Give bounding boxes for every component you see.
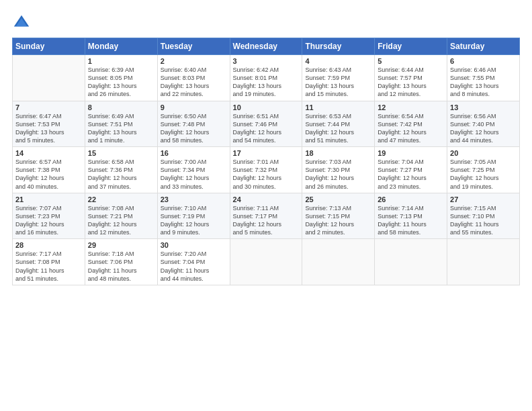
col-header-tuesday: Tuesday	[157, 38, 230, 55]
calendar-cell: 12Sunrise: 6:54 AMSunset: 7:42 PMDayligh…	[375, 101, 447, 147]
day-number: 7	[15, 103, 82, 111]
day-info: Sunrise: 6:54 AMSunset: 7:42 PMDaylight:…	[378, 112, 444, 145]
day-info: Sunrise: 6:49 AMSunset: 7:51 PMDaylight:…	[88, 112, 154, 145]
day-number: 15	[88, 149, 154, 157]
calendar-cell: 20Sunrise: 7:05 AMSunset: 7:25 PMDayligh…	[447, 147, 520, 193]
day-info: Sunrise: 6:56 AMSunset: 7:40 PMDaylight:…	[450, 112, 517, 145]
day-number: 30	[161, 241, 227, 249]
day-info: Sunrise: 6:51 AMSunset: 7:46 PMDaylight:…	[233, 112, 300, 145]
day-info: Sunrise: 7:11 AMSunset: 7:17 PMDaylight:…	[233, 204, 300, 237]
day-info: Sunrise: 6:44 AMSunset: 7:57 PMDaylight:…	[378, 66, 444, 99]
calendar-cell: 8Sunrise: 6:49 AMSunset: 7:51 PMDaylight…	[85, 101, 157, 147]
day-info: Sunrise: 7:13 AMSunset: 7:15 PMDaylight:…	[305, 204, 371, 237]
col-header-sunday: Sunday	[13, 38, 85, 55]
calendar-cell: 29Sunrise: 7:18 AMSunset: 7:06 PMDayligh…	[85, 239, 157, 285]
calendar-cell: 3Sunrise: 6:42 AMSunset: 8:01 PMDaylight…	[230, 55, 302, 101]
day-number: 19	[378, 149, 444, 157]
calendar-cell: 26Sunrise: 7:14 AMSunset: 7:13 PMDayligh…	[375, 193, 447, 239]
day-info: Sunrise: 7:07 AMSunset: 7:23 PMDaylight:…	[15, 204, 82, 237]
day-info: Sunrise: 7:05 AMSunset: 7:25 PMDaylight:…	[450, 158, 517, 191]
day-info: Sunrise: 7:18 AMSunset: 7:06 PMDaylight:…	[88, 250, 154, 283]
col-header-monday: Monday	[85, 38, 157, 55]
day-number: 24	[233, 195, 300, 203]
day-number: 29	[88, 241, 154, 249]
day-info: Sunrise: 7:14 AMSunset: 7:13 PMDaylight:…	[378, 204, 444, 237]
day-number: 2	[161, 57, 227, 65]
day-info: Sunrise: 6:39 AMSunset: 8:05 PMDaylight:…	[88, 66, 154, 99]
day-info: Sunrise: 7:15 AMSunset: 7:10 PMDaylight:…	[450, 204, 517, 237]
col-header-thursday: Thursday	[302, 38, 375, 55]
calendar-cell: 23Sunrise: 7:10 AMSunset: 7:19 PMDayligh…	[157, 193, 230, 239]
day-number: 27	[450, 195, 517, 203]
day-info: Sunrise: 6:53 AMSunset: 7:44 PMDaylight:…	[305, 112, 371, 145]
day-number: 1	[88, 57, 154, 65]
day-info: Sunrise: 7:03 AMSunset: 7:30 PMDaylight:…	[305, 158, 371, 191]
col-header-friday: Friday	[375, 38, 447, 55]
calendar-cell	[302, 239, 375, 285]
logo	[12, 13, 32, 32]
calendar-cell	[447, 239, 520, 285]
calendar-cell: 16Sunrise: 7:00 AMSunset: 7:34 PMDayligh…	[157, 147, 230, 193]
calendar-cell: 5Sunrise: 6:44 AMSunset: 7:57 PMDaylight…	[375, 55, 447, 101]
day-number: 10	[233, 103, 300, 111]
calendar-cell: 21Sunrise: 7:07 AMSunset: 7:23 PMDayligh…	[13, 193, 85, 239]
day-number: 8	[88, 103, 154, 111]
day-number: 5	[378, 57, 444, 65]
calendar-cell: 7Sunrise: 6:47 AMSunset: 7:53 PMDaylight…	[13, 101, 85, 147]
calendar-cell: 25Sunrise: 7:13 AMSunset: 7:15 PMDayligh…	[302, 193, 375, 239]
header	[12, 11, 520, 32]
day-info: Sunrise: 7:04 AMSunset: 7:27 PMDaylight:…	[378, 158, 444, 191]
col-header-saturday: Saturday	[447, 38, 520, 55]
page: SundayMondayTuesdayWednesdayThursdayFrid…	[0, 0, 532, 411]
day-info: Sunrise: 7:10 AMSunset: 7:19 PMDaylight:…	[161, 204, 227, 237]
day-info: Sunrise: 6:43 AMSunset: 7:59 PMDaylight:…	[305, 66, 371, 99]
calendar-cell: 27Sunrise: 7:15 AMSunset: 7:10 PMDayligh…	[447, 193, 520, 239]
day-number: 26	[378, 195, 444, 203]
calendar-cell: 13Sunrise: 6:56 AMSunset: 7:40 PMDayligh…	[447, 101, 520, 147]
calendar-cell	[375, 239, 447, 285]
day-number: 6	[450, 57, 517, 65]
day-info: Sunrise: 6:58 AMSunset: 7:36 PMDaylight:…	[88, 158, 154, 191]
calendar-cell: 10Sunrise: 6:51 AMSunset: 7:46 PMDayligh…	[230, 101, 302, 147]
day-number: 13	[450, 103, 517, 111]
day-number: 3	[233, 57, 300, 65]
day-info: Sunrise: 7:01 AMSunset: 7:32 PMDaylight:…	[233, 158, 300, 191]
calendar-cell: 11Sunrise: 6:53 AMSunset: 7:44 PMDayligh…	[302, 101, 375, 147]
calendar-cell: 19Sunrise: 7:04 AMSunset: 7:27 PMDayligh…	[375, 147, 447, 193]
day-number: 12	[378, 103, 444, 111]
day-number: 22	[88, 195, 154, 203]
day-number: 21	[15, 195, 82, 203]
day-info: Sunrise: 6:50 AMSunset: 7:48 PMDaylight:…	[161, 112, 227, 145]
day-info: Sunrise: 7:00 AMSunset: 7:34 PMDaylight:…	[161, 158, 227, 191]
day-number: 28	[15, 241, 82, 249]
calendar-cell: 15Sunrise: 6:58 AMSunset: 7:36 PMDayligh…	[85, 147, 157, 193]
calendar-cell: 9Sunrise: 6:50 AMSunset: 7:48 PMDaylight…	[157, 101, 230, 147]
day-number: 4	[305, 57, 371, 65]
calendar-cell: 28Sunrise: 7:17 AMSunset: 7:08 PMDayligh…	[13, 239, 85, 285]
calendar-cell: 30Sunrise: 7:20 AMSunset: 7:04 PMDayligh…	[157, 239, 230, 285]
day-number: 14	[15, 149, 82, 157]
day-info: Sunrise: 6:57 AMSunset: 7:38 PMDaylight:…	[15, 158, 82, 191]
day-number: 9	[161, 103, 227, 111]
day-info: Sunrise: 6:42 AMSunset: 8:01 PMDaylight:…	[233, 66, 300, 99]
logo-icon	[12, 13, 31, 32]
calendar-cell: 6Sunrise: 6:46 AMSunset: 7:55 PMDaylight…	[447, 55, 520, 101]
day-number: 20	[450, 149, 517, 157]
calendar-cell: 22Sunrise: 7:08 AMSunset: 7:21 PMDayligh…	[85, 193, 157, 239]
calendar-cell: 4Sunrise: 6:43 AMSunset: 7:59 PMDaylight…	[302, 55, 375, 101]
col-header-wednesday: Wednesday	[230, 38, 302, 55]
calendar-cell: 14Sunrise: 6:57 AMSunset: 7:38 PMDayligh…	[13, 147, 85, 193]
day-info: Sunrise: 7:17 AMSunset: 7:08 PMDaylight:…	[15, 250, 82, 283]
calendar-cell: 1Sunrise: 6:39 AMSunset: 8:05 PMDaylight…	[85, 55, 157, 101]
calendar-table: SundayMondayTuesdayWednesdayThursdayFrid…	[12, 38, 520, 285]
day-number: 25	[305, 195, 371, 203]
day-number: 11	[305, 103, 371, 111]
day-info: Sunrise: 6:40 AMSunset: 8:03 PMDaylight:…	[161, 66, 227, 99]
calendar-cell	[13, 55, 85, 101]
calendar-cell	[230, 239, 302, 285]
day-number: 16	[161, 149, 227, 157]
day-number: 18	[305, 149, 371, 157]
calendar-cell: 18Sunrise: 7:03 AMSunset: 7:30 PMDayligh…	[302, 147, 375, 193]
day-info: Sunrise: 7:08 AMSunset: 7:21 PMDaylight:…	[88, 204, 154, 237]
day-info: Sunrise: 6:46 AMSunset: 7:55 PMDaylight:…	[450, 66, 517, 99]
